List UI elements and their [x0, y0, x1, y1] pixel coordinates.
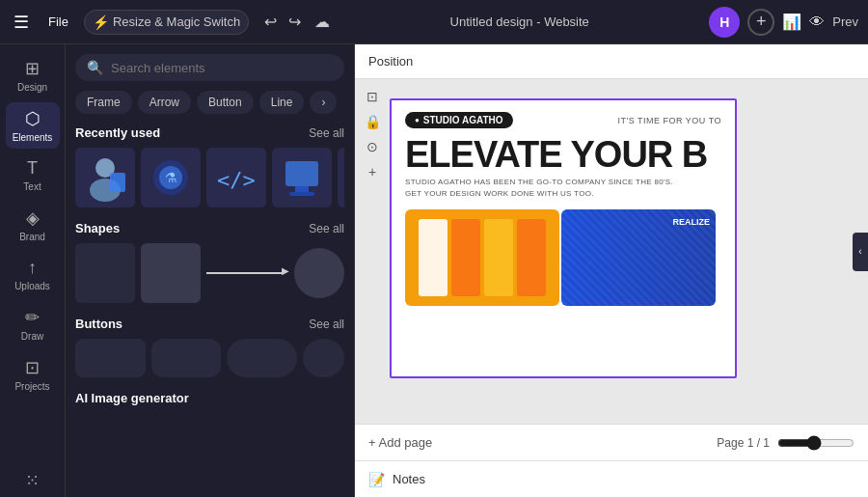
- recent-item-4[interactable]: [272, 148, 332, 207]
- svg-rect-8: [295, 186, 309, 192]
- ai-title: AI Image generator: [75, 391, 189, 405]
- brand-icon: ◈: [26, 207, 40, 229]
- zoom-slider[interactable]: [777, 435, 854, 451]
- search-input[interactable]: [111, 61, 333, 75]
- text-icon: T: [27, 158, 38, 179]
- preview-button[interactable]: Prev: [832, 14, 858, 29]
- design-images: REALIZE: [392, 209, 735, 306]
- search-icon: 🔍: [87, 60, 103, 75]
- filter-line[interactable]: Line: [259, 91, 305, 114]
- add-element-icon[interactable]: +: [368, 164, 376, 179]
- opacity-icon[interactable]: ⊙: [366, 139, 378, 154]
- collapse-panel-handle[interactable]: ‹: [853, 233, 868, 271]
- add-collaborator-button[interactable]: +: [747, 9, 774, 36]
- design-headline: ELEVATE YOUR B: [392, 134, 735, 177]
- svg-rect-2: [110, 173, 125, 192]
- design-subtext: STUDIO AGATHO HAS BEEN THE GO-TO COMPANY…: [392, 177, 735, 209]
- shape-square-1[interactable]: [75, 243, 135, 303]
- right-area: Position ⊡ 🔒 ⊙ + STUDIO AGATHO IT'S TIME…: [355, 44, 868, 497]
- pagination-area: Page 1 / 1: [717, 435, 854, 451]
- ai-section: AI Image generator: [75, 391, 344, 405]
- undo-button[interactable]: ↩: [260, 9, 281, 35]
- buttons-see-all[interactable]: See all: [309, 318, 344, 331]
- resize-magic-button[interactable]: ⚡ Resize & Magic Switch: [84, 10, 249, 35]
- recently-used-see-all[interactable]: See all: [309, 126, 344, 140]
- right-actions: H + 📊 👁 Prev: [709, 7, 858, 38]
- recent-item-3[interactable]: </>: [206, 148, 266, 207]
- canvas-area[interactable]: ⊡ 🔒 ⊙ + STUDIO AGATHO IT'S TIME FOR YOU …: [355, 79, 868, 424]
- analytics-icon[interactable]: 📊: [782, 13, 801, 31]
- button-preview-2[interactable]: [151, 339, 222, 377]
- undo-redo-group: ↩ ↪: [260, 9, 305, 35]
- button-preview-3[interactable]: [227, 339, 297, 377]
- filter-arrow[interactable]: Arrow: [138, 91, 191, 114]
- position-bar: Position: [355, 44, 868, 79]
- search-bar[interactable]: 🔍: [75, 54, 344, 81]
- sidebar-item-brand[interactable]: ◈ Brand: [6, 202, 60, 248]
- design-header: STUDIO AGATHO IT'S TIME FOR YOU TO: [392, 100, 735, 134]
- uploads-label: Uploads: [14, 281, 50, 291]
- button-preview-4[interactable]: [303, 339, 345, 377]
- add-page-button[interactable]: + Add page: [368, 435, 432, 450]
- studio-badge: STUDIO AGATHO: [405, 112, 513, 128]
- file-button[interactable]: File: [41, 11, 76, 33]
- recent-item-2[interactable]: ⚗: [141, 148, 201, 207]
- sidebar-item-design[interactable]: ⊞ Design: [6, 52, 60, 98]
- lock-icon[interactable]: 🔒: [365, 114, 381, 129]
- topbar: ☰ File ⚡ Resize & Magic Switch ↩ ↪ ☁ Unt…: [0, 0, 868, 44]
- shape-square-2[interactable]: [141, 243, 201, 303]
- shape-circle[interactable]: [294, 248, 344, 298]
- sidebar-item-projects[interactable]: ⊡ Projects: [6, 351, 60, 398]
- document-title: Untitled design - Website: [338, 14, 701, 29]
- yellow-boxes: [411, 211, 554, 304]
- redo-button[interactable]: ↪: [285, 9, 305, 35]
- shapes-title: Shapes: [75, 221, 120, 235]
- recently-used-grid: ⚗ </>: [75, 148, 344, 207]
- recently-used-header: Recently used See all: [75, 125, 344, 140]
- notes-icon: 📝: [368, 472, 385, 487]
- buttons-header: Buttons See all: [75, 317, 344, 331]
- left-sidebar: ⊞ Design ⬡ Elements T Text ◈ Brand ↑ Upl…: [0, 44, 66, 497]
- text-label: Text: [23, 181, 41, 192]
- box-1: [419, 219, 448, 296]
- position-tool-icon[interactable]: ⊡: [366, 89, 378, 104]
- sidebar-item-apps[interactable]: ⁙: [6, 464, 60, 497]
- canvas-left-tools: ⊡ 🔒 ⊙ +: [355, 79, 390, 424]
- shapes-grid: [75, 243, 344, 303]
- design-card[interactable]: STUDIO AGATHO IT'S TIME FOR YOU TO ELEVA…: [390, 98, 737, 378]
- button-preview-1[interactable]: [75, 339, 146, 377]
- filter-frame[interactable]: Frame: [75, 91, 132, 114]
- filter-button[interactable]: Button: [197, 91, 254, 114]
- filter-more[interactable]: ›: [310, 91, 337, 114]
- design-label: Design: [17, 82, 47, 93]
- svg-rect-9: [289, 192, 314, 196]
- recent-item-5[interactable]: [338, 148, 344, 207]
- sidebar-item-elements[interactable]: ⬡ Elements: [6, 102, 60, 149]
- resize-label: Resize & Magic Switch: [113, 14, 240, 29]
- elements-label: Elements: [13, 132, 53, 143]
- recent-item-1[interactable]: [75, 148, 135, 207]
- elements-icon: ⬡: [25, 108, 41, 129]
- design-tagline: IT'S TIME FOR YOU TO: [617, 116, 721, 125]
- sidebar-item-uploads[interactable]: ↑ Uploads: [6, 252, 60, 297]
- shape-arrow-line[interactable]: [206, 272, 284, 274]
- menu-icon[interactable]: ☰: [10, 8, 33, 37]
- filter-chips: Frame Arrow Button Line ›: [75, 91, 344, 114]
- page-indicator: Page 1 / 1: [717, 436, 770, 450]
- sidebar-item-text[interactable]: T Text: [6, 152, 60, 198]
- sidebar-item-draw[interactable]: ✏ Draw: [6, 301, 60, 347]
- projects-icon: ⊡: [25, 357, 40, 378]
- recently-used-title: Recently used: [75, 125, 160, 140]
- buttons-title: Buttons: [75, 317, 122, 331]
- box-2: [451, 219, 480, 296]
- avatar[interactable]: H: [709, 7, 740, 38]
- projects-label: Projects: [14, 381, 49, 392]
- draw-label: Draw: [21, 331, 43, 342]
- uploads-icon: ↑: [28, 258, 37, 278]
- main-layout: ⊞ Design ⬡ Elements T Text ◈ Brand ↑ Upl…: [0, 44, 868, 497]
- shapes-see-all[interactable]: See all: [309, 222, 344, 235]
- notes-bar: 📝 Notes: [355, 460, 868, 497]
- buttons-grid: [75, 339, 344, 377]
- canvas-viewport: STUDIO AGATHO IT'S TIME FOR YOU TO ELEVA…: [390, 79, 868, 424]
- notes-label: Notes: [393, 472, 425, 486]
